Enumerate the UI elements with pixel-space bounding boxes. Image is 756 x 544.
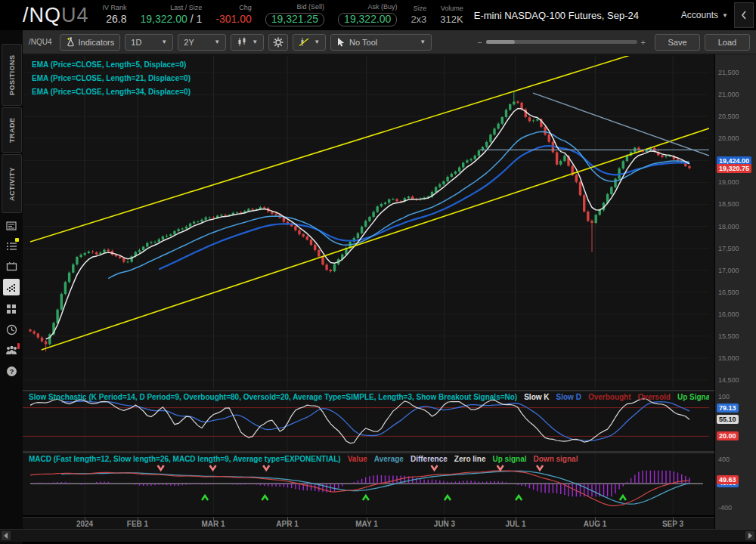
legend-item: Zero line bbox=[454, 455, 486, 463]
price-tick-label: 21,500 bbox=[718, 69, 739, 76]
news-icon[interactable] bbox=[3, 218, 20, 234]
active-tool-dropdown[interactable]: No Tool ▼ bbox=[330, 34, 432, 51]
legend-item: Value bbox=[348, 455, 367, 463]
ask-button[interactable]: 19,322.00 bbox=[338, 13, 397, 26]
chevron-down-icon: ▼ bbox=[252, 39, 258, 45]
zoom-slider[interactable]: − + bbox=[477, 38, 646, 47]
price-axis[interactable]: 21,50021,00020,50020,00019,50019,00018,5… bbox=[714, 54, 756, 529]
up-signal-arrow bbox=[202, 496, 208, 500]
ema-34-line[interactable] bbox=[159, 146, 689, 270]
price-tick-label: 16,000 bbox=[718, 311, 739, 318]
ema-21-line[interactable] bbox=[108, 131, 689, 278]
pattern-icon[interactable] bbox=[3, 279, 20, 295]
save-button[interactable]: Save bbox=[655, 34, 700, 51]
macd-value-line bbox=[30, 471, 689, 506]
down-signal-arrow bbox=[497, 465, 503, 470]
history-icon[interactable] bbox=[3, 321, 20, 338]
channel-lower-trendline[interactable] bbox=[42, 124, 714, 350]
macd-axis-label: -400 bbox=[718, 504, 732, 512]
legend-item: Slow K bbox=[524, 393, 549, 401]
time-tick-label: SEP 3 bbox=[662, 520, 683, 528]
zoom-slider-thumb[interactable] bbox=[486, 40, 515, 44]
price-tick-label: 15,500 bbox=[718, 332, 739, 340]
legend-item: Down signal bbox=[534, 455, 578, 463]
price-tick-label: 15,000 bbox=[718, 354, 739, 362]
instrument-description: E-mini NASDAQ-100 Futures, Sep-24 bbox=[474, 10, 639, 21]
stochastic-panel[interactable]: Slow Stochastic (K Period=14, D Period=9… bbox=[23, 391, 714, 451]
time-tick-label: JUL 1 bbox=[505, 520, 525, 528]
legend-item: Oversold bbox=[638, 393, 671, 401]
symbol-header: /NQU4 IV Rank 26.8 Last / Size 19,322.00… bbox=[0, 0, 756, 30]
indicators-button[interactable]: Indicators bbox=[60, 34, 121, 51]
time-tick-label: MAY 1 bbox=[355, 520, 377, 528]
time-tick-label: MAR 1 bbox=[201, 520, 225, 528]
accounts-dropdown[interactable]: Accounts▼ bbox=[681, 10, 728, 20]
help-icon[interactable]: ? bbox=[3, 363, 20, 379]
scroll-right-icon[interactable] bbox=[745, 531, 754, 540]
legend-item: Difference bbox=[411, 455, 448, 463]
collapse-panel-button[interactable] bbox=[734, 2, 754, 28]
price-tick-label: 17,500 bbox=[718, 245, 739, 252]
ask-field: Ask (Buy) 19,322.00 bbox=[338, 4, 397, 26]
zoom-out-icon[interactable]: − bbox=[477, 38, 482, 47]
bid-field: Bid (Sell) 19,321.25 bbox=[265, 4, 324, 26]
cursor-icon bbox=[336, 37, 345, 47]
legend-item: Overbought bbox=[588, 393, 631, 401]
gear-icon bbox=[273, 37, 284, 48]
chart-settings-button[interactable] bbox=[268, 34, 288, 51]
legend-item: Slow D bbox=[556, 393, 581, 401]
timeframe-dropdown[interactable]: 1D▼ bbox=[125, 34, 173, 51]
sidebar-tab-trade[interactable]: TRADE bbox=[2, 107, 22, 153]
watchlist-icon[interactable] bbox=[3, 238, 20, 255]
macd-title: MACD (Fast length=12, Slow length=26, MA… bbox=[29, 455, 341, 463]
chart-type-dropdown[interactable]: ▼ bbox=[231, 34, 264, 51]
volume-field: Volume 312K bbox=[440, 5, 463, 25]
notification-badge bbox=[17, 343, 20, 349]
svg-text:?: ? bbox=[9, 367, 14, 375]
price-tick-label: 16,500 bbox=[718, 289, 739, 296]
price-tick-label: 18,000 bbox=[718, 223, 739, 230]
zoom-slider-track[interactable] bbox=[486, 40, 637, 44]
up-signal-arrow bbox=[445, 496, 451, 500]
chevron-left-icon bbox=[740, 10, 748, 20]
macd-panel[interactable]: MACD (Fast length=12, Slow length=26, MA… bbox=[23, 453, 714, 515]
load-button[interactable]: Load bbox=[705, 34, 750, 51]
down-signal-arrow bbox=[210, 465, 216, 470]
drawing-tools-icon bbox=[299, 37, 309, 47]
widgets-icon[interactable] bbox=[3, 301, 20, 317]
price-tick-label: 19,000 bbox=[718, 178, 739, 186]
down-signal-arrow bbox=[158, 465, 164, 470]
drawing-style-dropdown[interactable]: ▼ bbox=[293, 34, 326, 51]
zoom-in-icon[interactable]: + bbox=[641, 38, 646, 47]
time-axis[interactable]: 2024FEB 1MAR 1APR 1MAY 1JUN 3JUL 1AUG 1S… bbox=[23, 517, 714, 530]
up-signal-arrow bbox=[363, 496, 369, 500]
ema-5-line[interactable] bbox=[46, 109, 689, 339]
legend-item: Average bbox=[374, 455, 404, 463]
legend-item: Up Signal bbox=[677, 393, 709, 401]
legend-item: Up signal bbox=[493, 455, 527, 463]
chart-tab-label[interactable]: /NQU4 bbox=[29, 38, 52, 46]
community-icon[interactable] bbox=[3, 342, 20, 358]
price-tick-label: 17,000 bbox=[718, 267, 739, 274]
flask-icon bbox=[66, 37, 76, 47]
scroll-left-icon[interactable] bbox=[2, 531, 11, 540]
range-dropdown[interactable]: 2Y▼ bbox=[178, 34, 226, 51]
price-chart-panel[interactable]: EMA (Price=CLOSE, Length=5, Displace=0)E… bbox=[23, 54, 714, 390]
time-tick-label: AUG 1 bbox=[584, 520, 607, 528]
tv-icon[interactable] bbox=[3, 258, 20, 275]
chart-toolbar: /NQU4 Indicators 1D▼ 2Y▼ ▼ bbox=[23, 30, 756, 54]
price-chart-canvas[interactable] bbox=[23, 54, 714, 390]
macd-axis-label: 400 bbox=[718, 456, 730, 463]
ema-label: EMA (Price=CLOSE, Length=5, Displace=0) bbox=[32, 60, 186, 69]
bid-button[interactable]: 19,321.25 bbox=[265, 13, 324, 26]
time-tick-label: FEB 1 bbox=[127, 520, 148, 528]
chevron-down-icon: ▼ bbox=[722, 12, 728, 19]
trading-platform-window: /NQU4 IV Rank 26.8 Last / Size 19,322.00… bbox=[0, 0, 756, 544]
up-signal-arrow bbox=[516, 496, 522, 500]
change-field: Chg -301.00 bbox=[215, 5, 251, 25]
chart-scrollbar[interactable] bbox=[0, 529, 756, 542]
sidebar-tab-activity[interactable]: ACTIVITY bbox=[2, 154, 22, 213]
chevron-down-icon: ▼ bbox=[420, 39, 426, 45]
up-signal-arrow bbox=[620, 496, 626, 500]
sidebar-tab-positions[interactable]: POSITIONS bbox=[2, 44, 22, 106]
